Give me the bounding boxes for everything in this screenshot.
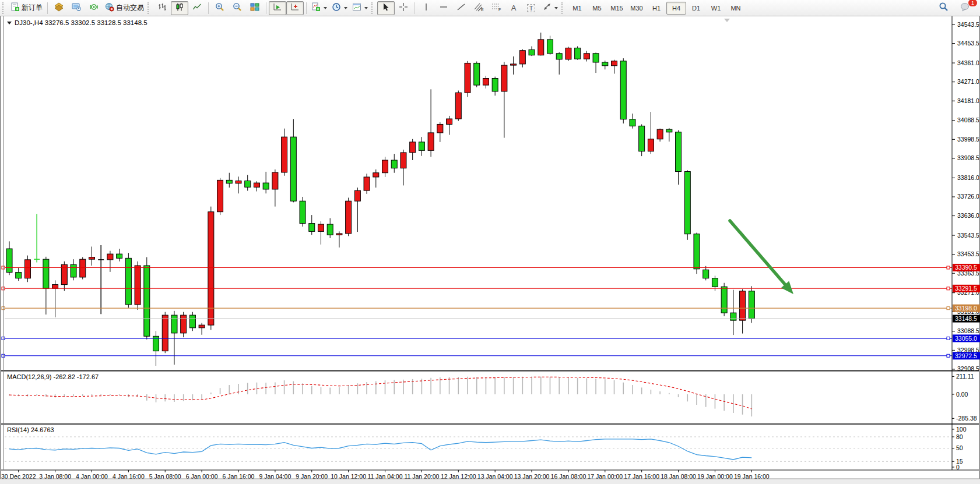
fibonacci-icon: F — [491, 2, 501, 14]
timeframe-W1[interactable]: W1 — [706, 2, 726, 15]
signals-button[interactable] — [85, 1, 103, 15]
timeframe-H4[interactable]: H4 — [666, 2, 686, 15]
channel-icon: E — [473, 2, 484, 14]
new-order-button[interactable]: 新订单 — [8, 1, 45, 15]
market-watch-button[interactable] — [50, 1, 68, 15]
candle — [684, 170, 690, 239]
candlestick-plot[interactable]: 34543.534453.534361.034271.034181.034088… — [0, 16, 980, 484]
macd-label: MACD(12,26,9) -262.82 -172.67 — [7, 373, 99, 380]
zoom-in-icon — [215, 2, 224, 14]
auto-scroll-button[interactable] — [269, 1, 286, 15]
bar-chart-button[interactable] — [153, 1, 171, 15]
search-button[interactable] — [935, 1, 952, 15]
timeframe-M1[interactable]: M1 — [567, 2, 587, 15]
new-order-label: 新订单 — [22, 3, 43, 13]
timeframe-H1[interactable]: H1 — [647, 2, 666, 15]
candle — [620, 58, 626, 123]
svg-text:33543.5: 33543.5 — [957, 232, 979, 239]
indicators-dropdown-icon — [324, 7, 327, 9]
chart-title[interactable]: DJ30-,H4 33276.5 33302.5 33128.5 33148.5 — [7, 19, 147, 26]
timeframe-M15[interactable]: M15 — [607, 2, 627, 15]
vertical-line-icon — [421, 2, 431, 14]
market-watch-icon — [54, 2, 64, 14]
horizontal-line-button[interactable] — [435, 1, 452, 15]
svg-text:-285.38: -285.38 — [956, 415, 977, 422]
text-label-button[interactable]: T — [522, 1, 540, 15]
rsi-label: RSI(14) 24.6763 — [7, 426, 54, 433]
arrows-button[interactable] — [540, 1, 560, 15]
candle — [162, 312, 168, 354]
channel-glyph: E — [481, 8, 484, 12]
text-button[interactable]: A — [505, 1, 522, 15]
notification-badge: 1 — [968, 0, 978, 7]
timeframe-M5[interactable]: M5 — [587, 2, 607, 15]
candle — [465, 61, 470, 97]
level-price-label: 33198.0 — [953, 305, 980, 312]
terminal-button[interactable] — [68, 1, 85, 15]
toolbar: 新订单 自动交易 — [0, 0, 980, 16]
indicators-button[interactable] — [309, 1, 329, 15]
timeframe-group: M1M5M15M30H1H4D1W1MN — [567, 2, 746, 15]
svg-text:32972.5: 32972.5 — [955, 352, 977, 359]
vertical-line-button[interactable] — [417, 1, 435, 15]
crosshair-button[interactable] — [395, 1, 412, 15]
candlestick-chart-button[interactable] — [171, 1, 188, 15]
svg-text:34543.5: 34543.5 — [957, 21, 979, 28]
channel-button[interactable]: E — [470, 1, 487, 15]
candle — [144, 257, 150, 340]
svg-text:33390.5: 33390.5 — [955, 264, 977, 271]
svg-text:32908.5: 32908.5 — [957, 365, 979, 372]
candlestick-chart-icon — [175, 2, 184, 14]
zoom-out-button[interactable] — [229, 1, 246, 15]
templates-icon — [352, 2, 361, 14]
chat-button[interactable]: 1 — [957, 1, 974, 15]
chart-shift-button[interactable] — [286, 1, 304, 15]
fibonacci-button[interactable]: F — [487, 1, 505, 15]
timeframe-MN[interactable]: MN — [726, 2, 746, 15]
cursor-button[interactable] — [377, 1, 395, 15]
trendline-button[interactable] — [452, 1, 470, 15]
candle — [217, 178, 223, 215]
svg-text:34453.5: 34453.5 — [957, 40, 979, 47]
candle — [575, 46, 581, 59]
autotrading-button[interactable]: 自动交易 — [103, 1, 146, 15]
svg-text:50: 50 — [956, 444, 963, 451]
svg-text:33908.5: 33908.5 — [957, 154, 979, 161]
zoom-out-icon — [233, 2, 242, 14]
level-price-label: 33390.5 — [953, 264, 980, 271]
svg-text:34088.5: 34088.5 — [957, 116, 979, 123]
candle — [300, 197, 305, 227]
svg-text:33816.0: 33816.0 — [957, 174, 979, 181]
new-order-icon — [10, 2, 20, 14]
timeframe-D1[interactable]: D1 — [686, 2, 706, 15]
zoom-in-button[interactable] — [211, 1, 229, 15]
terminal-icon — [72, 2, 81, 14]
timeframe-M30[interactable]: M30 — [627, 2, 647, 15]
line-chart-button[interactable] — [188, 1, 206, 15]
candle — [749, 286, 754, 323]
candle — [125, 253, 131, 308]
fibo-glyph: F — [498, 8, 501, 12]
mt4-window: 新订单 自动交易 — [0, 0, 980, 484]
chart-shift-icon — [290, 2, 300, 14]
candle — [135, 262, 140, 310]
periods-button[interactable] — [329, 1, 350, 15]
candle — [24, 256, 30, 282]
auto-scroll-icon — [273, 2, 282, 14]
bar-chart-icon — [157, 2, 167, 14]
svg-text:33726.0: 33726.0 — [957, 193, 979, 200]
line-chart-icon — [192, 2, 202, 14]
templates-button[interactable] — [350, 1, 370, 15]
symbol-dropdown-icon[interactable] — [7, 22, 12, 24]
candle — [639, 124, 645, 156]
text-tool-icon: A — [511, 3, 517, 12]
svg-text:34271.0: 34271.0 — [957, 78, 979, 85]
tile-windows-button[interactable] — [246, 1, 264, 15]
svg-text:33453.5: 33453.5 — [957, 250, 979, 257]
svg-text:33148.5: 33148.5 — [955, 315, 977, 322]
candle — [346, 197, 352, 236]
chart-window[interactable]: DJ30-,H4 33276.5 33302.5 33128.5 33148.5… — [0, 16, 980, 484]
svg-text:80: 80 — [956, 433, 963, 440]
signals-icon — [89, 2, 99, 14]
autotrading-label: 自动交易 — [116, 3, 144, 13]
